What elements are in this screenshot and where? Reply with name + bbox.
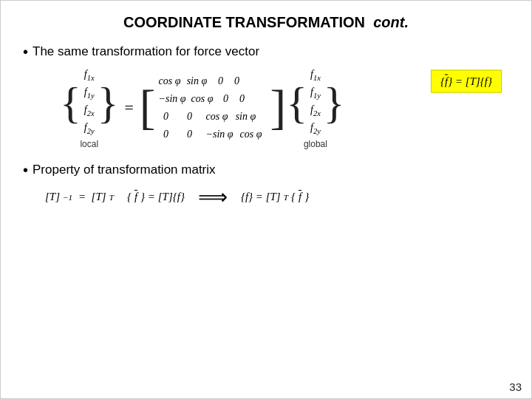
rv-row-1: f1x: [310, 68, 321, 84]
lv-row-1: f1x: [84, 68, 95, 84]
t24: 0: [235, 91, 250, 107]
t44: cos φ: [235, 126, 267, 143]
left-vector-rows: f1x f1y f2x f2y: [81, 66, 98, 139]
section2: • Property of transformation matrix [T]−…: [23, 163, 509, 209]
T-row-3: 0 0 cos φ sin φ: [159, 109, 267, 125]
equals-sign: =: [124, 98, 133, 117]
formula2: {f} = [T]{f}: [127, 191, 185, 203]
t43: −sin φ: [206, 126, 233, 143]
right-brace-2: }: [324, 66, 345, 139]
right-vector-block: { f1x f1y f2x f2y } global: [286, 66, 344, 149]
implies-arrow: ⟹: [198, 185, 228, 209]
global-label: global: [304, 139, 327, 149]
formula3: {f} = [T]T{f}: [241, 191, 309, 203]
lv-row-2: f1y: [84, 86, 95, 102]
T-row-2: −sin φ cos φ 0 0: [159, 91, 267, 107]
right-brace-1: }: [98, 66, 119, 139]
page-container: COORDINATE TRANSFORMATION cont. • The sa…: [0, 0, 532, 399]
rv-row-2: f1y: [310, 86, 321, 102]
sq-right: ]: [270, 72, 287, 144]
formulas-row: [T]−1 = [T]T {f} = [T]{f} ⟹ {f} = [T]T{f…: [45, 185, 509, 209]
left-vector-block: { f1x f1y f2x f2y } local: [60, 66, 118, 149]
section1-label: • The same transformation for force vect…: [23, 44, 509, 59]
left-brace-1: {: [60, 66, 81, 139]
page-number: 33: [509, 381, 522, 393]
lv-row-4: f2y: [84, 121, 95, 137]
t34: sin φ: [229, 109, 262, 125]
title-italic: cont.: [373, 14, 409, 30]
section1: • The same transformation for force vect…: [23, 44, 509, 149]
t33: cos φ: [206, 109, 228, 125]
title-main: COORDINATE TRANSFORMATION: [123, 14, 365, 30]
left-brace-2: {: [286, 66, 307, 139]
left-vector: { f1x f1y f2x f2y }: [60, 66, 118, 139]
t21: −sin φ: [159, 91, 186, 107]
t32: 0: [175, 109, 205, 125]
rv-row-4: f2y: [310, 121, 321, 137]
T-matrix-rows: cos φ sin φ 0 0 −sin φ cos φ 0 0 0: [156, 72, 270, 144]
arrow: ⟹: [198, 185, 228, 209]
t22: cos φ: [188, 91, 217, 107]
right-vector-rows: f1x f1y f2x f2y: [307, 66, 324, 139]
section2-text: Property of transformation matrix: [33, 163, 216, 177]
local-label: local: [80, 139, 98, 149]
t23: 0: [219, 91, 233, 107]
section2-label: • Property of transformation matrix: [23, 163, 509, 177]
t11: cos φ: [159, 73, 181, 89]
t41: 0: [159, 126, 174, 143]
sup-T2: T: [284, 193, 288, 202]
page-title: COORDINATE TRANSFORMATION cont.: [23, 14, 509, 31]
t14: 0: [229, 73, 244, 89]
formula1: [T]−1 = [T]T: [45, 191, 114, 203]
T-row-4: 0 0 −sin φ cos φ: [159, 126, 267, 143]
section1-text: The same transformation for force vector: [33, 44, 259, 59]
t31: 0: [159, 109, 174, 125]
t42: 0: [175, 126, 205, 143]
t12: sin φ: [182, 73, 211, 89]
sup-neg1: −1: [63, 193, 72, 202]
yellow-box: {f} = [T]{f}: [431, 70, 502, 93]
matrix-equation-area: { f1x f1y f2x f2y } local = [: [38, 66, 509, 149]
transform-matrix: [ cos φ sin φ 0 0 −sin φ cos φ 0 0: [140, 72, 286, 144]
rv-row-3: f2x: [310, 103, 321, 120]
sup-T1: T: [109, 193, 114, 202]
bullet2: •: [23, 163, 28, 177]
bullet1: •: [23, 44, 28, 59]
T-row-1: cos φ sin φ 0 0: [159, 73, 267, 89]
sq-left: [: [140, 72, 156, 144]
lv-row-3: f2x: [84, 103, 95, 120]
right-vector: { f1x f1y f2x f2y }: [286, 66, 344, 139]
t13: 0: [213, 73, 228, 89]
